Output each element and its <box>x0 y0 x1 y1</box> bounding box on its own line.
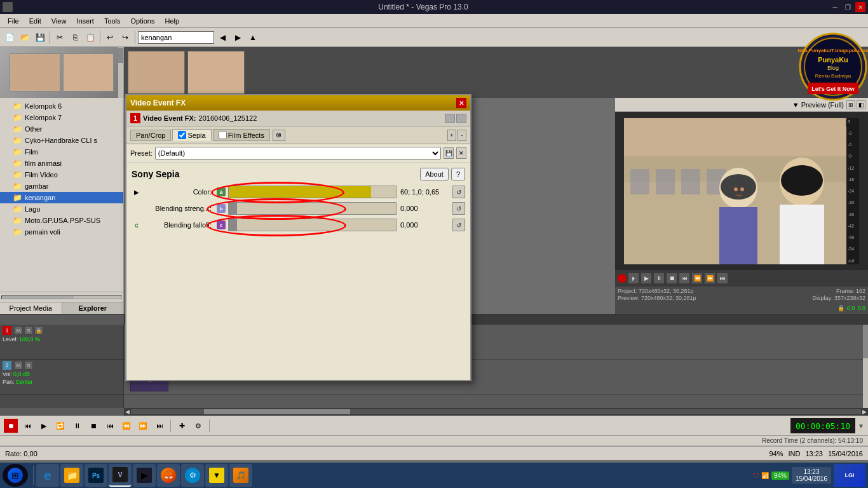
blend-str-reset[interactable]: ↺ <box>452 202 465 215</box>
tree-item-kelompok7[interactable]: 📁 Kelompok 7 <box>0 112 123 123</box>
tree-item-kenangan[interactable]: 📁 kenangan <box>0 192 123 203</box>
track-1-mute[interactable]: M <box>14 326 23 335</box>
app-btn-8[interactable]: 🎵 <box>229 464 252 487</box>
color-animate-btn[interactable]: a <box>217 187 226 196</box>
app-btn-7[interactable]: ▼ <box>205 464 228 487</box>
tab-explorer[interactable]: Explorer <box>62 302 124 314</box>
remove-fx-btn[interactable]: - <box>458 130 466 141</box>
transport-pause[interactable]: ⏸ <box>70 419 84 433</box>
tab-sepia[interactable]: Sepia <box>172 129 211 141</box>
scroll-thumb[interactable] <box>204 409 350 414</box>
app-btn-6[interactable]: ⚙ <box>181 464 204 487</box>
save-button[interactable]: 💾 <box>33 30 47 44</box>
close-button[interactable]: ✕ <box>855 2 865 12</box>
nav-up[interactable]: ▲ <box>246 30 260 44</box>
blend-str-slider[interactable] <box>228 202 397 215</box>
menu-help[interactable]: Help <box>159 16 184 26</box>
color-reset-btn[interactable]: ↺ <box>452 186 465 198</box>
tree-item-film-video[interactable]: 📁 Film Video <box>0 169 123 180</box>
preset-save-btn[interactable]: 💾 <box>444 147 454 159</box>
new-button[interactable]: 📄 <box>3 30 17 44</box>
film-effects-checkbox[interactable] <box>219 131 227 139</box>
copy-button[interactable]: ⎘ <box>68 30 82 44</box>
tree-scrollbar[interactable] <box>0 292 123 302</box>
menu-edit[interactable]: Edit <box>24 16 46 26</box>
cut-button[interactable]: ✂ <box>53 30 67 44</box>
transport-stop[interactable]: ⏹ <box>86 419 100 433</box>
nav-forward[interactable]: ▶ <box>231 30 245 44</box>
lets-get-it-button[interactable]: LGI <box>834 464 865 487</box>
help-btn[interactable]: ? <box>451 168 465 180</box>
transport-step-fwd[interactable]: ⏩ <box>136 419 150 433</box>
falloff-slider[interactable] <box>228 219 397 231</box>
tree-item-other[interactable]: 📁 Other <box>0 123 123 135</box>
track-2-mute[interactable]: M <box>14 361 23 370</box>
transport-step-back[interactable]: ⏪ <box>119 419 133 433</box>
stop-btn[interactable]: ⏹ <box>666 273 677 284</box>
fx-chain-icon-2[interactable] <box>456 114 466 123</box>
fx-chain-icon-1[interactable] <box>445 114 455 123</box>
skip-end-btn[interactable]: ⏭ <box>717 273 728 284</box>
menu-file[interactable]: File <box>3 16 24 26</box>
nav-path[interactable]: kenangan <box>138 31 214 44</box>
step-fwd-btn[interactable]: ⏩ <box>704 273 715 284</box>
timeline-hscroll[interactable]: ◀ ▶ <box>124 408 868 416</box>
nav-back[interactable]: ◀ <box>215 30 229 44</box>
mediaplayer-button[interactable]: ▶ <box>133 464 156 487</box>
menu-tools[interactable]: Tools <box>99 16 126 26</box>
menu-insert[interactable]: Insert <box>71 16 99 26</box>
undo-button[interactable]: ↩ <box>103 30 117 44</box>
strip-scrollbar[interactable] <box>118 47 123 98</box>
track-1-lock[interactable]: 🔒 <box>34 326 43 335</box>
tree-item-moto[interactable]: 📁 Moto.GP.USA.PSP-SUS <box>0 215 123 226</box>
redo-button[interactable]: ↪ <box>118 30 132 44</box>
tree-item-lagu[interactable]: 📁 Lagu <box>0 203 123 215</box>
minimize-button[interactable]: ─ <box>830 2 840 12</box>
tree-item-pemain[interactable]: 📁 pemain voli <box>0 226 123 238</box>
tab-pan-crop[interactable]: Pan/Crop <box>130 130 171 141</box>
photoshop-button[interactable]: Ps <box>85 464 107 487</box>
paste-button[interactable]: 📋 <box>83 30 97 44</box>
track-2-solo[interactable]: S <box>24 361 33 370</box>
tab-film-effects[interactable]: Film Effects <box>213 129 270 141</box>
tree-item-cyko[interactable]: 📁 Cyko+Handbrake CLI s <box>0 135 123 146</box>
color-expand-btn[interactable]: ▶ <box>132 187 142 197</box>
timeline-vscroll[interactable] <box>863 325 868 408</box>
tree-item-film[interactable]: 📁 Film <box>0 146 123 158</box>
tree-item-film-animasi[interactable]: 📁 film animasi <box>0 158 123 169</box>
normal-edit-btn[interactable]: ✚ <box>175 419 189 433</box>
transport-play-loop[interactable]: 🔁 <box>53 419 67 433</box>
menu-view[interactable]: View <box>46 16 72 26</box>
tree-item-gambar[interactable]: 📁 gambar <box>0 180 123 192</box>
transport-play[interactable]: ▶ <box>37 419 51 433</box>
start-button[interactable]: ⊞ <box>3 464 28 487</box>
scroll-left-btn[interactable]: ◀ <box>125 409 130 415</box>
preset-del-btn[interactable]: ✕ <box>456 147 466 159</box>
track-1-solo[interactable]: S <box>24 326 33 335</box>
preset-select[interactable]: (Default) <box>155 147 441 159</box>
tab-project-media[interactable]: Project Media <box>0 302 62 314</box>
play-btn[interactable]: ⏵ <box>628 273 639 284</box>
thumb-1[interactable] <box>128 51 185 94</box>
menu-options[interactable]: Options <box>126 16 160 26</box>
play-prev-btn[interactable]: ▶ <box>641 273 652 284</box>
tree-item-kelompok6[interactable]: 📁 Kelompok 6 <box>0 100 123 112</box>
vefx-close-btn[interactable]: ✕ <box>456 98 466 108</box>
transport-next-marker[interactable]: ⏭ <box>153 419 166 433</box>
tab-close-icon[interactable]: ⊗ <box>273 130 285 141</box>
thumb-2[interactable] <box>187 51 245 94</box>
explorer-button[interactable]: 📁 <box>60 464 83 487</box>
transport-prev-marker[interactable]: ⏮ <box>103 419 117 433</box>
transport-rewind[interactable]: ⏮ <box>20 419 34 433</box>
restore-button[interactable]: ❐ <box>843 2 853 12</box>
scroll-right-btn[interactable]: ▶ <box>862 409 867 415</box>
color-slider[interactable] <box>228 186 397 198</box>
ie-button[interactable]: e <box>36 464 59 487</box>
open-button[interactable]: 📂 <box>18 30 32 44</box>
falloff-reset[interactable]: ↺ <box>452 219 465 231</box>
pause-btn[interactable]: ⏸ <box>653 273 665 284</box>
vegas-button[interactable]: V <box>109 464 132 487</box>
step-back-btn[interactable]: ⏪ <box>691 273 703 284</box>
about-btn[interactable]: About <box>420 168 449 180</box>
skip-start-btn[interactable]: ⏮ <box>679 273 690 284</box>
